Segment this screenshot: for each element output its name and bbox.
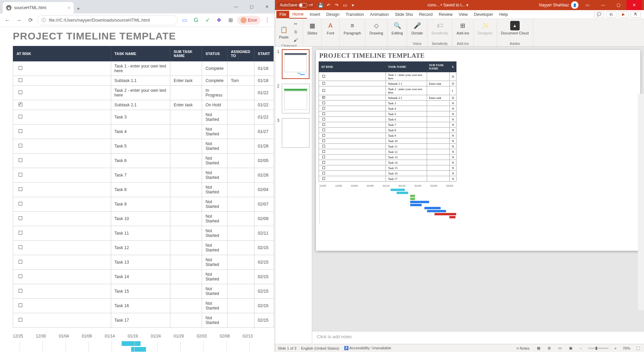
tab-close-icon[interactable]: × — [68, 5, 70, 10]
risk-checkbox[interactable] — [322, 150, 325, 153]
tab-view[interactable]: View — [456, 11, 471, 18]
risk-checkbox[interactable] — [322, 129, 325, 131]
tab-home[interactable]: Home — [289, 10, 306, 19]
ppt-close-button[interactable]: ✕ — [626, 0, 642, 10]
ppt-maximize-button[interactable]: ▢ — [611, 0, 626, 10]
address-bar[interactable]: ⓘ file:///C:/Users/nayyer/Downloads/sour… — [37, 15, 178, 25]
reload-button[interactable]: ⟳ — [26, 16, 35, 25]
ppt-minimize-button[interactable]: — — [595, 0, 611, 10]
risk-checkbox[interactable] — [19, 158, 22, 162]
slide-1[interactable]: PROJECT TIMELINE TEMPLATE AT RISK TASK N… — [316, 50, 640, 251]
risk-checkbox[interactable] — [322, 177, 325, 180]
normal-view-icon[interactable]: ▦ — [536, 345, 542, 351]
risk-checkbox[interactable] — [322, 172, 325, 174]
risk-checkbox[interactable] — [19, 173, 22, 177]
risk-checkbox[interactable] — [322, 112, 325, 115]
ribbon-options-icon[interactable]: ▭ — [580, 0, 595, 10]
paste-button[interactable]: 📋Paste — [278, 24, 290, 40]
close-button[interactable]: ✕ — [259, 0, 275, 13]
tab-design[interactable]: Design — [323, 11, 343, 18]
risk-checkbox[interactable] — [322, 166, 325, 169]
tab-review[interactable]: Review — [436, 11, 456, 18]
present-icon[interactable]: ▶ — [618, 11, 628, 18]
risk-checkbox[interactable] — [322, 89, 325, 92]
risk-checkbox[interactable] — [322, 96, 325, 99]
zoom-level[interactable]: 70% — [623, 346, 630, 350]
risk-checkbox[interactable] — [322, 102, 325, 104]
catch-up-icon[interactable]: ◴ — [606, 11, 616, 18]
risk-checkbox[interactable] — [19, 216, 22, 220]
dictate-button[interactable]: 🎤Dictate — [410, 20, 424, 36]
risk-checkbox[interactable] — [322, 75, 325, 78]
addins-button[interactable]: ⊞Add-ins — [455, 20, 470, 36]
risk-checkbox[interactable] — [322, 123, 325, 126]
editing-button[interactable]: 🔍Editing — [390, 20, 404, 36]
notes-pane[interactable]: Click to add notes — [312, 331, 644, 344]
tab-developer[interactable]: Developer — [471, 11, 496, 18]
slideshow-view-icon[interactable]: ▣ — [568, 345, 574, 351]
risk-checkbox[interactable] — [19, 303, 22, 307]
risk-checkbox[interactable] — [19, 289, 22, 293]
slide-thumbnails[interactable]: 1 2 3 — [275, 47, 312, 344]
risk-checkbox[interactable] — [19, 115, 22, 118]
thumbnail-3[interactable] — [282, 118, 309, 148]
reading-view-icon[interactable]: ▭ — [557, 345, 563, 351]
sorter-view-icon[interactable]: ⊞ — [546, 345, 552, 351]
risk-checkbox[interactable] — [19, 231, 22, 235]
risk-checkbox[interactable] — [322, 134, 325, 137]
slides-button[interactable]: ▦Slides — [306, 20, 319, 36]
risk-checkbox[interactable] — [19, 260, 22, 264]
risk-checkbox[interactable] — [19, 66, 22, 70]
risk-checkbox[interactable] — [19, 144, 22, 147]
risk-checkbox[interactable] — [322, 156, 325, 158]
minimize-button[interactable]: — — [228, 0, 244, 13]
risk-checkbox[interactable] — [322, 145, 325, 147]
drawing-button[interactable]: ◇Drawing — [368, 20, 384, 36]
language-indicator[interactable]: English (United States) — [301, 346, 339, 350]
tab-transition[interactable]: Transition — [343, 11, 367, 18]
profile-error-chip[interactable]: Error — [237, 16, 261, 25]
risk-checkbox[interactable] — [19, 187, 22, 191]
tab-animation[interactable]: Animation — [367, 11, 392, 18]
extensions-icon[interactable]: ⊞ — [226, 16, 235, 25]
notes-toggle[interactable]: ≡ Notes — [515, 346, 531, 351]
document-title[interactable]: conv... • Saved to t... ▾ — [427, 3, 468, 7]
zoom-out-icon[interactable]: − — [578, 346, 583, 351]
ext-icon-2[interactable]: G — [191, 16, 201, 25]
tab-slideshow[interactable]: Slide Sho — [392, 11, 416, 18]
slide-indicator[interactable]: Slide 1 of 3 — [278, 346, 296, 350]
autosave-toggle[interactable]: AutoSave Off — [277, 2, 314, 8]
font-button[interactable]: AFont — [324, 20, 337, 36]
adobe-button[interactable]: ▲Document Cloud — [500, 20, 530, 36]
chrome-menu-icon[interactable]: ⋮ — [263, 16, 272, 25]
back-button[interactable]: ← — [3, 16, 12, 25]
start-slideshow-icon[interactable]: ▭ — [341, 1, 349, 9]
tab-file[interactable]: File — [276, 11, 289, 18]
browser-tab[interactable]: ◉ sourceHTML.html × — [3, 2, 74, 13]
copy-icon[interactable]: ⎘ — [291, 28, 300, 36]
redo-icon[interactable]: ↷ — [333, 1, 341, 9]
save-icon[interactable]: 💾 — [317, 1, 324, 9]
forward-button[interactable]: → — [14, 16, 24, 25]
risk-checkbox[interactable] — [322, 118, 325, 120]
risk-checkbox[interactable] — [19, 245, 22, 249]
risk-checkbox[interactable] — [322, 139, 325, 142]
thumbnail-1[interactable] — [282, 49, 309, 79]
fit-window-icon[interactable]: ⛶ — [635, 346, 641, 351]
tab-insert[interactable]: Insert — [307, 11, 323, 18]
ext-icon-1[interactable]: ▭ — [180, 16, 189, 25]
tab-help[interactable]: Help — [496, 11, 511, 18]
thumbnail-2[interactable] — [282, 84, 309, 113]
risk-checkbox[interactable] — [19, 78, 22, 82]
risk-checkbox[interactable] — [19, 202, 22, 206]
paragraph-button[interactable]: ≡Paragraph — [342, 20, 362, 36]
undo-icon[interactable]: ↶ — [325, 1, 332, 9]
zoom-in-icon[interactable]: + — [613, 346, 618, 351]
risk-checkbox[interactable] — [19, 318, 22, 322]
format-painter-icon[interactable]: 🖌 — [291, 36, 300, 44]
risk-checkbox[interactable] — [322, 161, 325, 164]
tab-record[interactable]: Record — [416, 11, 436, 18]
new-tab-button[interactable]: + — [74, 4, 83, 13]
risk-checkbox[interactable] — [19, 103, 22, 106]
share-icon[interactable]: ⇱ — [630, 11, 641, 18]
